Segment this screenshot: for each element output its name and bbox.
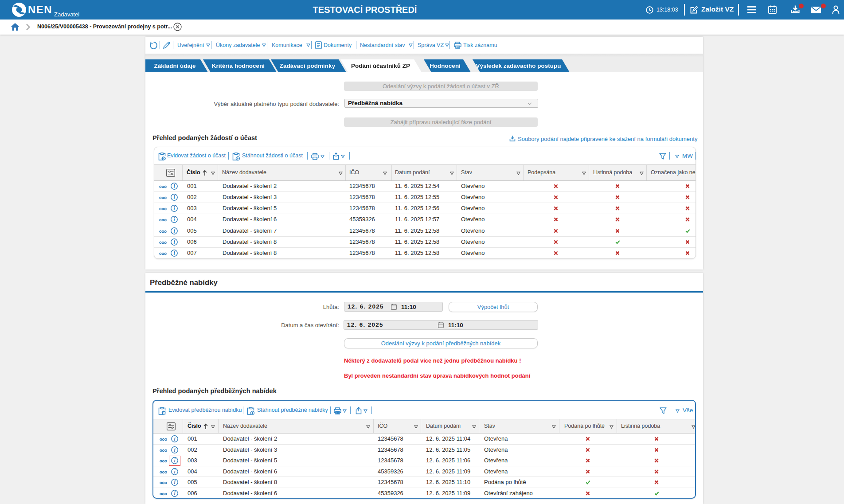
svg-text:i: i — [174, 436, 176, 441]
svg-text:i: i — [173, 228, 175, 234]
svg-text:i: i — [174, 491, 176, 496]
svg-text:i: i — [173, 184, 175, 189]
svg-text:i: i — [173, 239, 175, 245]
svg-text:i: i — [173, 206, 175, 211]
svg-text:i: i — [174, 469, 176, 474]
svg-text:i: i — [174, 480, 176, 485]
svg-text:i: i — [173, 195, 175, 200]
svg-text:i: i — [173, 250, 175, 256]
svg-text:i: i — [173, 217, 175, 222]
svg-text:i: i — [174, 447, 176, 453]
